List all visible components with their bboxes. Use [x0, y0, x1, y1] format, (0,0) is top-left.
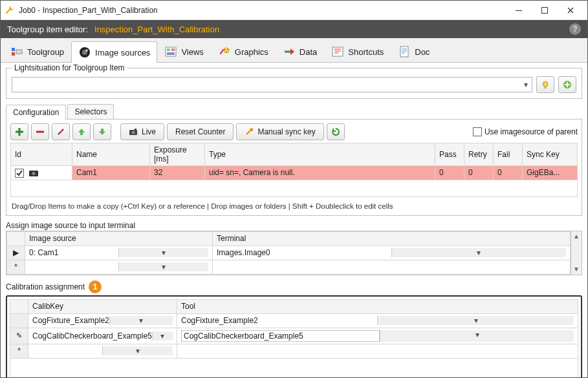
- editor-header: Toolgroup item editor: Inspection_Part_W…: [1, 20, 587, 38]
- sync-icon: [245, 127, 254, 136]
- refresh-button[interactable]: [327, 123, 345, 140]
- bulb-button[interactable]: [536, 76, 554, 93]
- scroll-up-icon[interactable]: ▲: [572, 232, 581, 241]
- calibkey-combo[interactable]: CogCalibCheckerboard_Example5▾: [32, 331, 173, 341]
- svg-point-18: [543, 81, 548, 87]
- svg-rect-22: [101, 129, 103, 131]
- tab-data[interactable]: Data: [276, 41, 324, 62]
- tab-shortcuts[interactable]: Shortcuts: [324, 41, 391, 62]
- cell-fail[interactable]: 0: [494, 166, 523, 180]
- move-up-button[interactable]: [72, 123, 91, 140]
- tool-combo[interactable]: CogCalibCheckerboard_Example5▾: [181, 330, 574, 342]
- config-area: Configuration Selectors Live Reset Count…: [6, 104, 582, 216]
- terminal-combo[interactable]: Images.Image0▾: [217, 248, 566, 257]
- subtab-configuration[interactable]: Configuration: [6, 105, 66, 120]
- tab-image-sources[interactable]: Image sources: [71, 41, 157, 63]
- col-tool[interactable]: Tool: [177, 299, 578, 313]
- cell-name[interactable]: Cam1: [72, 166, 150, 180]
- scrollbar[interactable]: ▲ ▼: [571, 231, 582, 275]
- calibkey-combo[interactable]: ▾: [32, 346, 173, 355]
- app-window: Job0 - Inspection_Part_With_Calibration …: [0, 0, 588, 378]
- data-icon: [283, 45, 296, 58]
- svg-rect-16: [332, 47, 343, 56]
- row-marker: ▶: [7, 246, 25, 260]
- col-id[interactable]: Id: [11, 143, 72, 166]
- col-name[interactable]: Name: [72, 143, 150, 166]
- cell-exposure[interactable]: 32: [150, 166, 205, 180]
- manual-sync-button[interactable]: Manual sync key: [236, 123, 323, 140]
- reset-counter-button[interactable]: Reset Counter: [167, 123, 234, 140]
- table-row[interactable]: ✎ CogCalibCheckerboard_Example5▾ CogCali…: [10, 328, 578, 344]
- col-exposure[interactable]: Exposure [ms]: [150, 143, 205, 166]
- row-checkbox[interactable]: [15, 169, 24, 178]
- svg-rect-4: [16, 50, 22, 54]
- lightsituation-combo[interactable]: ▾: [12, 77, 532, 92]
- scroll-down-icon[interactable]: ▼: [572, 265, 581, 274]
- svg-rect-1: [542, 7, 548, 13]
- tab-graphics[interactable]: Graphics: [211, 41, 276, 62]
- table-row[interactable]: * ▾: [7, 260, 571, 274]
- col-type[interactable]: Type: [205, 143, 435, 166]
- col-pass[interactable]: Pass: [435, 143, 464, 166]
- col-calibkey[interactable]: CalibKey: [28, 299, 177, 313]
- col-retry[interactable]: Retry: [464, 143, 494, 166]
- source-combo[interactable]: 0: Cam1▾: [29, 248, 208, 257]
- col-synckey[interactable]: Sync Key: [523, 143, 578, 166]
- table-row[interactable]: Cam1 32 uid= sn=, Camera is null. 0 0 0 …: [11, 166, 578, 180]
- minimize-button[interactable]: [506, 1, 532, 19]
- editor-header-label: Toolgroup item editor:: [7, 25, 88, 34]
- use-parent-checkbox[interactable]: Use imagesource of parent: [473, 127, 578, 136]
- svg-rect-3: [12, 52, 15, 56]
- ribbon-tabs: Toolgroup Image sources Views Graphics D…: [1, 38, 587, 63]
- tab-shortcuts-label: Shortcuts: [348, 47, 384, 57]
- col-image-source[interactable]: Image source: [25, 231, 213, 246]
- subtab-selectors[interactable]: Selectors: [67, 104, 114, 119]
- cell-pass[interactable]: 0: [435, 166, 464, 180]
- maximize-button[interactable]: [532, 1, 558, 19]
- tab-doc[interactable]: Doc: [391, 41, 437, 62]
- add-light-button[interactable]: [558, 76, 576, 93]
- lightsituation-title: Lightsituation for Toolgroup Item: [12, 63, 127, 72]
- window-title: Job0 - Inspection_Part_With_Calibration: [19, 6, 506, 15]
- shortcuts-icon: [331, 45, 344, 58]
- tab-data-label: Data: [299, 47, 317, 57]
- move-down-button[interactable]: [93, 123, 111, 140]
- close-button[interactable]: [558, 1, 583, 19]
- image-sources-icon: [78, 46, 91, 59]
- tab-views[interactable]: Views: [157, 41, 210, 62]
- cell-type[interactable]: uid= sn=, Camera is null.: [205, 166, 435, 180]
- source-combo[interactable]: ▾: [29, 262, 208, 271]
- tools-button[interactable]: [52, 123, 70, 140]
- camera-icon: [28, 169, 39, 177]
- remove-button[interactable]: [31, 123, 49, 140]
- svg-rect-17: [400, 47, 408, 57]
- sources-grid[interactable]: Id Name Exposure [ms] Type Pass Retry Fa…: [10, 143, 578, 197]
- assign-grid[interactable]: Image source Terminal ▶ 0: Cam1▾ Images.…: [6, 231, 571, 275]
- calibkey-combo[interactable]: CogFixture_Example2▾: [32, 316, 173, 325]
- cell-synckey[interactable]: GigEBa...: [523, 166, 578, 180]
- svg-point-7: [86, 50, 88, 52]
- svg-point-15: [226, 51, 227, 52]
- calibration-panel: CalibKey Tool CogFixture_Example2▾ CogFi…: [6, 295, 582, 377]
- table-row[interactable]: * ▾: [10, 344, 578, 358]
- table-row[interactable]: ▶ 0: Cam1▾ Images.Image0▾: [7, 246, 571, 260]
- tab-image-sources-label: Image sources: [95, 48, 150, 58]
- col-terminal[interactable]: Terminal: [213, 231, 571, 246]
- table-row[interactable]: CogFixture_Example2▾ CogFixture_Example2…: [10, 313, 578, 328]
- tab-toolgroup-label: Toolgroup: [27, 47, 64, 57]
- add-button[interactable]: [10, 123, 28, 140]
- help-icon[interactable]: ?: [569, 23, 581, 35]
- cell-retry[interactable]: 0: [464, 166, 494, 180]
- svg-rect-0: [516, 10, 522, 11]
- svg-rect-21: [80, 132, 83, 135]
- tool-combo[interactable]: CogFixture_Example2▾: [181, 316, 574, 325]
- calibration-grid[interactable]: CalibKey Tool CogFixture_Example2▾ CogFi…: [10, 299, 578, 377]
- svg-point-13: [224, 49, 226, 50]
- live-button[interactable]: Live: [120, 123, 164, 140]
- tab-toolgroup[interactable]: Toolgroup: [3, 41, 71, 62]
- svg-point-14: [227, 49, 228, 50]
- col-fail[interactable]: Fail: [494, 143, 523, 166]
- callout-badge: 1: [89, 280, 102, 293]
- titlebar: Job0 - Inspection_Part_With_Calibration: [1, 1, 587, 20]
- assign-panel: Image source Terminal ▶ 0: Cam1▾ Images.…: [6, 231, 582, 275]
